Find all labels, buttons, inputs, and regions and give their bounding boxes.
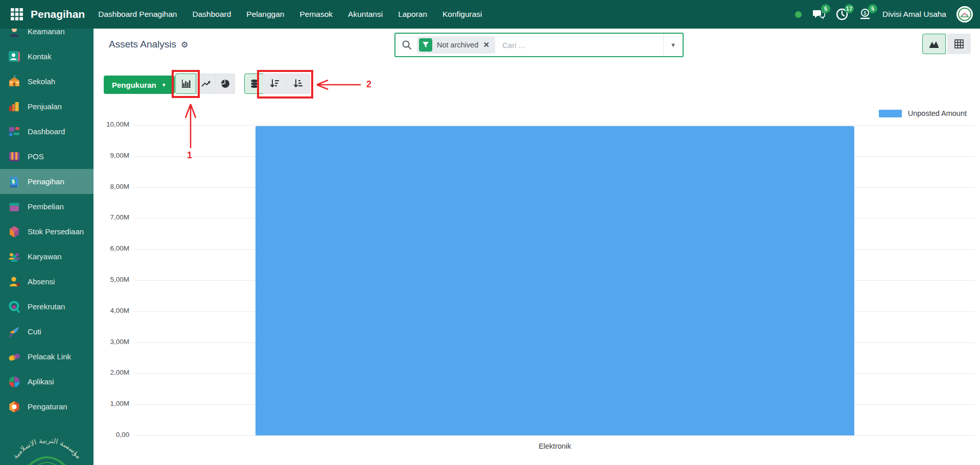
sidebar-item-label: Pelacak Link <box>28 352 71 361</box>
user-avatar[interactable] <box>956 6 973 22</box>
sidebar-item-perekrutan[interactable]: Perekrutan <box>0 294 94 319</box>
sidebar-item-absensi[interactable]: Absensi <box>0 269 94 294</box>
legend-swatch <box>879 110 902 117</box>
y-tick-label: 8,00M <box>98 183 129 190</box>
sidebar-item-label: Perekrutan <box>28 302 65 311</box>
menu-item-akuntansi[interactable]: Akuntansi <box>348 10 383 19</box>
sidebar-item-label: Pengaturan <box>28 402 67 411</box>
purchase-icon <box>8 200 21 213</box>
sidebar-item-penagihan[interactable]: $Penagihan <box>0 169 94 194</box>
y-tick-label: 10,00M <box>98 120 129 128</box>
foundation-logo: مؤسسة التربية الاسلامية Y A S A <box>4 417 90 465</box>
contacts-icon <box>8 50 21 63</box>
sort-ascending-button[interactable] <box>286 74 310 94</box>
sidebar-item-label: Pembelian <box>28 202 64 211</box>
breadcrumb: Assets Analysis ⚙ <box>109 39 188 50</box>
app-screen: Penagihan Dashboard PenagihanDashboardPe… <box>0 0 980 465</box>
sidebar-item-sekolah[interactable]: Sekolah <box>0 69 94 94</box>
chart-bar-elektronik[interactable] <box>255 126 854 435</box>
annotation-arrow-1 <box>184 102 197 151</box>
menu-item-laporan[interactable]: Laporan <box>398 10 427 19</box>
measures-caret-icon: ▼ <box>161 82 167 88</box>
search-input[interactable]: Cari ... <box>502 41 663 50</box>
sidebar-item-aplikasi[interactable]: Aplikasi <box>0 369 94 394</box>
sidebar-item-pelacak-link[interactable]: Pelacak Link <box>0 344 94 369</box>
menu-item-dashboard-penagihan[interactable]: Dashboard Penagihan <box>98 10 177 19</box>
sidebar-item-label: Keamanan <box>28 29 65 36</box>
graph-view-button[interactable] <box>922 34 946 54</box>
y-tick-label: 3,00M <box>98 338 129 346</box>
online-status-dot <box>795 11 802 18</box>
facet-remove-icon[interactable]: ✕ <box>483 40 489 50</box>
gridline <box>134 125 975 126</box>
navbar-right: 5 17 $ 5 Divisi Amal Usaha <box>795 6 973 22</box>
search-bar[interactable]: Not archived ✕ Cari ... ▼ <box>394 33 684 57</box>
sidebar-item-cuti[interactable]: Cuti <box>0 319 94 344</box>
stacked-button[interactable] <box>244 74 265 94</box>
sidebar-item-label: Cuti <box>28 327 41 336</box>
annotation-label-1: 1 <box>187 150 192 161</box>
sidebar-item-pembelian[interactable]: Pembelian <box>0 194 94 219</box>
app-title[interactable]: Penagihan <box>31 8 85 20</box>
filter-icon <box>419 38 432 52</box>
menu-item-konfigurasi[interactable]: Konfigurasi <box>442 10 482 19</box>
pos-icon <box>8 150 21 163</box>
sidebar: KeamananKontakSekolahPenjualanDashboardP… <box>0 29 94 465</box>
sidebar-item-label: Penagihan <box>28 177 64 186</box>
messages-icon[interactable]: 5 <box>812 8 825 21</box>
pie-chart-button[interactable] <box>216 74 235 94</box>
sidebar-item-label: Kontak <box>28 52 52 61</box>
y-tick-label: 6,00M <box>98 244 129 252</box>
view-switcher <box>922 34 971 54</box>
top-navbar: Penagihan Dashboard PenagihanDashboardPe… <box>0 0 980 29</box>
attendance-icon <box>8 275 21 288</box>
sidebar-item-kontak[interactable]: Kontak <box>0 44 94 69</box>
sidebar-menu: KeamananKontakSekolahPenjualanDashboardP… <box>0 29 94 419</box>
sales-badge: 5 <box>868 4 877 13</box>
apps-grid-icon[interactable] <box>10 8 24 21</box>
sales-money-icon[interactable]: $ 5 <box>859 8 872 21</box>
x-axis-category-label: Elektronik <box>524 442 586 450</box>
annotation-label-2: 2 <box>366 79 371 90</box>
measures-dropdown-button[interactable]: Pengukuran ▼ <box>104 76 175 94</box>
settings-icon <box>8 400 21 413</box>
sidebar-item-label: Absensi <box>28 277 55 286</box>
sidebar-item-dashboard[interactable]: Dashboard <box>0 119 94 144</box>
pivot-view-button[interactable] <box>947 34 971 54</box>
sidebar-item-keamanan[interactable]: Keamanan <box>0 29 94 44</box>
menu-item-pelanggan[interactable]: Pelanggan <box>246 10 284 19</box>
menu-item-dashboard[interactable]: Dashboard <box>192 10 231 19</box>
gridline <box>134 435 975 436</box>
sort-descending-button[interactable] <box>262 74 286 94</box>
activities-clock-icon[interactable]: 17 <box>835 8 849 21</box>
sidebar-item-label: POS <box>28 152 44 161</box>
company-switcher[interactable]: Divisi Amal Usaha <box>882 10 946 19</box>
sales-icon <box>8 100 21 113</box>
y-tick-label: 2,00M <box>98 369 129 376</box>
sidebar-item-stok-persediaan[interactable]: Stok Persediaan <box>0 219 94 244</box>
search-dropdown-caret-icon[interactable]: ▼ <box>663 34 683 56</box>
apps-icon <box>8 375 21 388</box>
sidebar-item-label: Stok Persediaan <box>28 227 84 236</box>
menu-item-pemasok[interactable]: Pemasok <box>299 10 333 19</box>
search-icon <box>402 40 412 50</box>
action-gear-icon[interactable]: ⚙ <box>181 40 188 50</box>
sidebar-item-pos[interactable]: POS <box>0 144 94 169</box>
sidebar-item-pengaturan[interactable]: Pengaturan <box>0 394 94 419</box>
sidebar-item-label: Penjualan <box>28 102 62 111</box>
svg-text:$: $ <box>12 178 15 184</box>
y-tick-label: 4,00M <box>98 307 129 314</box>
bar-chart-button[interactable] <box>175 74 196 94</box>
sidebar-item-karyawan[interactable]: Karyawan <box>0 244 94 269</box>
activities-badge: 17 <box>845 4 854 13</box>
link-tracker-icon <box>8 350 21 363</box>
chart-legend[interactable]: Unposted Amount <box>879 109 967 117</box>
line-chart-button[interactable] <box>196 74 216 94</box>
search-facet: Not archived ✕ <box>417 36 495 54</box>
facet-label: Not archived <box>437 41 478 49</box>
sidebar-item-label: Aplikasi <box>28 377 54 386</box>
page-title: Assets Analysis <box>109 39 176 50</box>
sidebar-item-penjualan[interactable]: Penjualan <box>0 94 94 119</box>
dashboard-icon <box>8 125 21 138</box>
measures-label: Pengukuran <box>112 81 156 89</box>
